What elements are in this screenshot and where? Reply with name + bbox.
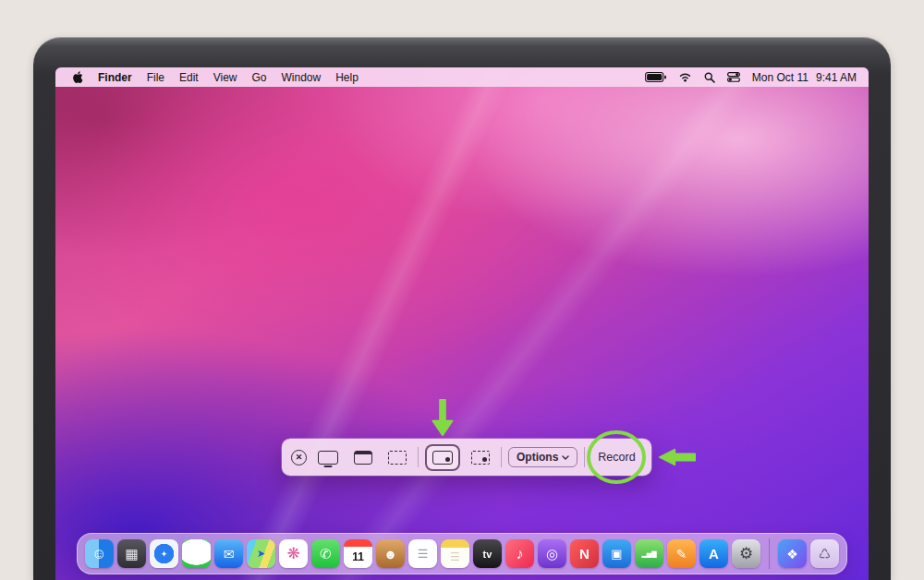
wifi-icon[interactable]: [678, 72, 692, 82]
capture-selection-icon: [388, 451, 407, 465]
dock-icon-system-preferences[interactable]: ⚙: [732, 539, 760, 568]
dock-icon-photos[interactable]: ❋: [279, 539, 308, 568]
dock-icon-numbers[interactable]: ▂▅▇: [635, 539, 663, 568]
menu-bar-clock[interactable]: Mon Oct 11 9:41 AM: [752, 71, 857, 84]
record-entire-screen-button[interactable]: [425, 444, 460, 471]
menu-item-file[interactable]: File: [147, 71, 164, 84]
dock-icon-facetime[interactable]: ✆: [311, 539, 340, 568]
options-button[interactable]: Options: [508, 447, 578, 467]
screenshot-toolbar: ✕: [282, 439, 651, 476]
capture-entire-screen-button[interactable]: [313, 446, 343, 469]
annotation-arrow-left-icon: [657, 448, 698, 466]
capture-selected-window-button[interactable]: [349, 446, 377, 469]
chevron-down-icon: [562, 455, 569, 460]
options-label: Options: [517, 451, 558, 464]
dock-icon-pages[interactable]: ✎: [667, 539, 696, 568]
menu-item-edit[interactable]: Edit: [179, 71, 199, 84]
control-center-icon[interactable]: [727, 72, 740, 82]
desktop-wallpaper: Finder File Edit View Go Window Help: [55, 67, 869, 580]
dock-icon-notes[interactable]: ☰: [441, 539, 469, 568]
dock-icon-news[interactable]: N: [570, 539, 599, 568]
macbook-bezel: Finder File Edit View Go Window Help: [33, 37, 891, 580]
dock-icon-shortcuts[interactable]: ❖: [778, 539, 807, 568]
annotation-arrow-down-icon: [431, 398, 455, 437]
capture-selected-portion-button[interactable]: [383, 446, 411, 469]
record-selection-icon: [471, 451, 490, 465]
apple-menu[interactable]: [72, 70, 83, 84]
dock-icon-reminders[interactable]: ☰: [408, 539, 437, 568]
capture-window-icon: [354, 451, 372, 465]
dock-icon-podcasts[interactable]: ◎: [538, 539, 566, 568]
menu-item-window[interactable]: Window: [282, 71, 322, 84]
dock-icon-launchpad[interactable]: ▦: [117, 539, 146, 568]
dock-icon-maps[interactable]: ➤: [247, 539, 275, 568]
menu-item-finder[interactable]: Finder: [98, 71, 132, 84]
dock-icon-trash[interactable]: ♺: [810, 539, 839, 568]
dock-icon-finder[interactable]: ☺: [85, 539, 114, 568]
dock-icon-tv[interactable]: tv: [473, 539, 502, 568]
close-icon: ✕: [296, 453, 303, 462]
menu-bar: Finder File Edit View Go Window Help: [55, 67, 869, 87]
menu-item-go[interactable]: Go: [252, 71, 267, 84]
toolbar-divider: [418, 447, 419, 467]
record-screen-icon: [432, 451, 453, 465]
record-label: Record: [598, 451, 635, 464]
dock-icon-contacts[interactable]: ☻: [376, 539, 405, 568]
dock: ☺ ▦ ✦ ✉ ➤ ❋ ✆ 11 ☻ ☰ ☰ tv ♪ ◎ N ▣ ▂▅▇ ✎ …: [77, 533, 847, 574]
menu-bar-status: Mon Oct 11 9:41 AM: [645, 71, 869, 84]
dock-icon-music[interactable]: ♪: [505, 539, 534, 568]
battery-icon[interactable]: [645, 72, 666, 82]
dock-icon-messages[interactable]: [182, 539, 211, 568]
dock-icon-mail[interactable]: ✉: [214, 539, 243, 568]
record-button[interactable]: Record: [591, 448, 641, 466]
dock-separator: [769, 538, 770, 569]
close-button[interactable]: ✕: [291, 450, 307, 465]
spotlight-search-icon[interactable]: [704, 72, 715, 83]
capture-screen-icon: [318, 451, 338, 465]
menu-bar-left: Finder File Edit View Go Window Help: [55, 70, 359, 84]
toolbar-divider: [584, 447, 585, 467]
dock-icon-calendar[interactable]: 11: [344, 539, 372, 568]
toolbar-divider: [501, 447, 502, 467]
menu-item-help[interactable]: Help: [335, 71, 359, 84]
dock-icon-keynote[interactable]: ▣: [602, 539, 631, 568]
support-illustration: Finder File Edit View Go Window Help: [0, 0, 924, 580]
record-selected-portion-button[interactable]: [467, 446, 494, 469]
dock-icon-app-store[interactable]: A: [699, 539, 728, 568]
date-label: Mon Oct 11: [752, 71, 808, 84]
time-label: 9:41 AM: [816, 71, 857, 84]
apple-logo-icon: [72, 70, 83, 84]
menu-item-view[interactable]: View: [213, 71, 237, 84]
dock-icon-safari[interactable]: ✦: [150, 539, 178, 568]
